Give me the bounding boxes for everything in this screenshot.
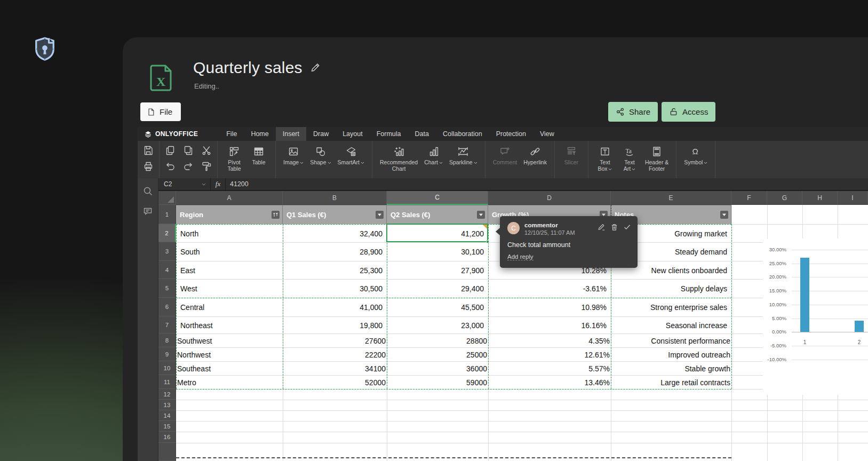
cell-q1-row8[interactable]: 27600 [283,334,387,347]
tab-home[interactable]: Home [244,127,275,141]
chart-button[interactable]: Chart [421,144,446,166]
header-footer-button[interactable]: Header &Footer [642,144,672,172]
filter-button[interactable] [720,211,728,219]
row-header-10[interactable]: 10 [158,361,176,375]
text-art-button[interactable]: TaTextArt [617,144,642,172]
smartart-button[interactable]: SmartArt [335,144,368,166]
table-button[interactable]: Table [246,144,271,166]
cell-q1-row7[interactable]: 19,800 [283,317,387,333]
delete-comment-icon[interactable] [610,223,618,231]
cell-notes-row7[interactable]: Seasonal increase [611,317,731,333]
symbol-button[interactable]: ΩSymbol [681,144,711,166]
cell-growth-row5[interactable]: -3.61% [488,280,611,298]
filter-button[interactable] [376,211,384,219]
cell-q1-row6[interactable]: 41,000 [283,298,387,316]
table-header-region[interactable]: Region [176,205,283,224]
select-all-corner[interactable] [158,191,176,205]
cell-q2-row10[interactable]: 36000 [387,362,488,375]
cell-q1-row10[interactable]: 34100 [283,362,387,375]
row-header-11[interactable]: 11 [158,375,176,389]
row-header-6[interactable]: 6 [158,298,176,316]
tab-insert[interactable]: Insert [276,127,306,141]
file-button[interactable]: File [140,102,181,121]
row-header-15[interactable]: 15 [158,421,176,432]
recommended-chart-button[interactable]: RecommendedChart [377,144,421,172]
cell-q1-row3[interactable]: 28,900 [283,243,387,261]
tab-protection[interactable]: Protection [489,127,533,141]
cell-notes-row11[interactable]: Large retail contracts [611,376,731,389]
column-header-D[interactable]: D [488,191,611,205]
cell-q1-row2[interactable]: 32,400 [283,225,387,242]
cell-region-row8[interactable]: Southwest [176,334,283,347]
comments-panel-icon[interactable] [142,206,153,217]
fx-icon[interactable]: fx [211,178,226,190]
tab-view[interactable]: View [533,127,561,141]
row-header-2[interactable]: 2 [158,224,176,242]
cell-q2-row6[interactable]: 45,500 [387,298,488,316]
cell-notes-row5[interactable]: Supply delays [611,280,731,298]
cell-notes-row8[interactable]: Consistent performance [611,334,731,347]
name-box[interactable]: C2 [158,178,211,190]
pivot-table-button[interactable]: PivotTable [222,144,246,172]
cell-q1-row4[interactable]: 25,300 [283,261,387,279]
cell-growth-row9[interactable]: 12.61% [488,348,611,361]
search-icon[interactable] [142,186,153,196]
cell-notes-row10[interactable]: Stable growth [611,362,731,375]
column-header-A[interactable]: A [176,191,283,205]
cell-q2-row8[interactable]: 28800 [387,334,488,347]
cell-region-row3[interactable]: South [176,243,283,261]
cell-q2-row3[interactable]: 30,100 [387,243,488,261]
cell-q2-row2[interactable]: 41,200 [387,225,488,242]
spreadsheet-grid[interactable]: 30.00%25.00%20.00%15.00%10.00%5.00%0.00%… [158,191,868,461]
cell-q2-row9[interactable]: 25000 [387,348,488,361]
hyperlink-button[interactable]: Hyperlink [520,144,550,166]
chart-bar[interactable] [855,321,864,332]
tab-data[interactable]: Data [408,127,436,141]
row-header-3[interactable]: 3 [158,242,176,261]
save-icon[interactable] [142,144,155,157]
shape-button[interactable]: Shape [307,144,334,166]
column-header-C[interactable]: C [387,191,488,205]
cell-q1-row9[interactable]: 22200 [283,348,387,361]
column-header-I[interactable]: I [838,191,868,205]
tab-formula[interactable]: Formula [370,127,408,141]
edit-comment-icon[interactable] [598,223,606,231]
rename-icon[interactable] [310,62,321,73]
chart-bar[interactable] [800,258,809,332]
resolve-comment-icon[interactable] [623,223,631,231]
embedded-chart[interactable]: 30.00%25.00%20.00%15.00%10.00%5.00%0.00%… [763,239,868,395]
image-button[interactable]: Image [280,144,307,166]
cell-region-row5[interactable]: West [176,280,283,298]
cell-region-row2[interactable]: North [176,225,283,242]
table-header-q2-sales-[interactable]: Q2 Sales (€) [387,205,488,224]
cell-notes-row9[interactable]: Improved outreach [611,348,731,361]
access-button[interactable]: Access [662,102,715,122]
undo-icon[interactable] [164,160,177,173]
cell-growth-row8[interactable]: 4.35% [488,334,611,347]
paste-icon[interactable] [182,144,195,157]
column-header-F[interactable]: F [731,191,767,205]
cell-growth-row7[interactable]: 16.16% [488,317,611,333]
sparkline-button[interactable]: Sparkline [446,144,481,166]
row-header-13[interactable]: 13 [158,400,176,410]
add-reply-link[interactable]: Add reply [507,253,533,260]
cell-region-row6[interactable]: Central [176,298,283,316]
cell-growth-row11[interactable]: 13.46% [488,376,611,389]
cell-region-row4[interactable]: East [176,261,283,279]
format-painter-icon[interactable] [200,160,213,173]
cell-region-row9[interactable]: Northwest [176,348,283,361]
row-header-8[interactable]: 8 [158,333,176,347]
cell-q2-row11[interactable]: 59000 [387,376,488,389]
row-header-5[interactable]: 5 [158,279,176,298]
tab-layout[interactable]: Layout [336,127,370,141]
cell-q2-row7[interactable]: 23,000 [387,317,488,333]
row-header-12[interactable]: 12 [158,389,176,400]
row-header-4[interactable]: 4 [158,261,176,279]
filter-button[interactable] [477,211,485,219]
cell-q1-row11[interactable]: 52000 [283,376,387,389]
cell-q2-row5[interactable]: 29,400 [387,280,488,298]
print-icon[interactable] [142,160,155,173]
tab-collaboration[interactable]: Collaboration [436,127,489,141]
share-button[interactable]: Share [608,102,658,122]
tab-file[interactable]: File [219,127,244,141]
